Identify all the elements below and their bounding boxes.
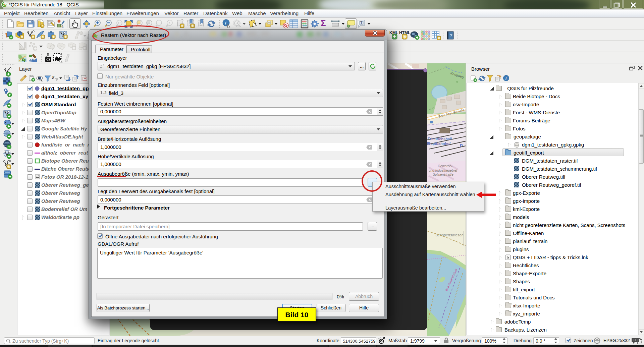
- svg-text:⛟uptbahnhof: ⛟uptbahnhof: [427, 141, 451, 146]
- svg-text:T: T: [360, 21, 363, 25]
- svg-text:Solinenstraße: Solinenstraße: [433, 173, 453, 176]
- svg-text:Friedrichshall: Friedrichshall: [428, 137, 452, 141]
- svg-text:a: a: [61, 24, 64, 28]
- svg-text:1:1: 1:1: [118, 21, 122, 25]
- svg-text:Gewerbe-: Gewerbe-: [438, 164, 453, 168]
- svg-text:und Industriegebiet: und Industriegebiet: [429, 169, 458, 172]
- svg-text:Schobertswiesen: Schobertswiesen: [435, 233, 464, 237]
- svg-text:P: P: [460, 143, 463, 148]
- svg-text:?: ?: [449, 33, 452, 38]
